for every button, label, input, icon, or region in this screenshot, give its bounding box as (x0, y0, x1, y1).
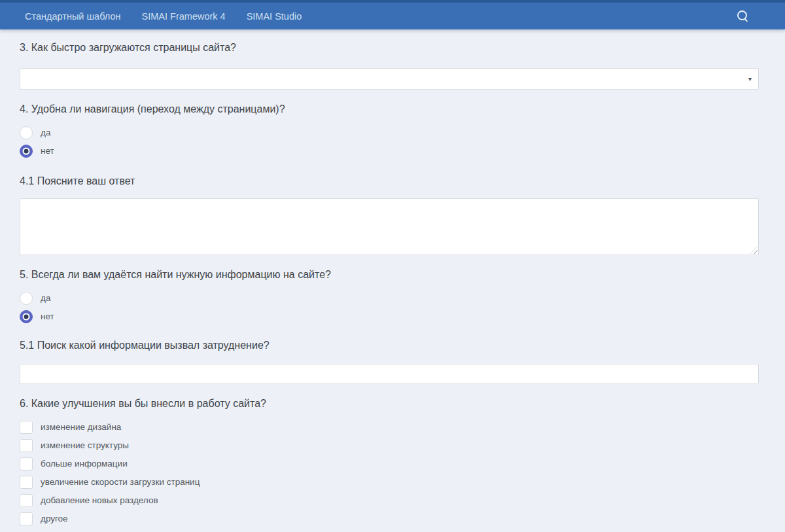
nav-tab-simai-framework-4[interactable]: SIMAI Framework 4 (131, 3, 236, 29)
checkbox-option-label: изменение структуры (41, 439, 129, 452)
checkbox-unchecked-icon[interactable] (20, 476, 33, 489)
checkbox-option-design[interactable]: изменение дизайна (20, 421, 121, 434)
explain-answer-textarea[interactable] (20, 198, 759, 255)
checkbox-unchecked-icon[interactable] (20, 494, 33, 507)
checkbox-option-label: добавление новых разделов (41, 494, 158, 507)
nav-tab-standard-template[interactable]: Стандартный шаблон (14, 3, 131, 29)
radio-option-yes[interactable]: да (20, 126, 50, 139)
question-4: 4. Удобна ли навигация (переход между ст… (20, 101, 759, 158)
radio-option-no[interactable]: нет (20, 145, 54, 158)
radio-unchecked-icon[interactable] (20, 292, 33, 305)
radio-checked-icon[interactable] (20, 310, 33, 323)
search-icon (737, 10, 749, 22)
question-4-1: 4.1 Поясните ваш ответ (20, 173, 759, 255)
question-5-1: 5.1 Поиск какой информации вызвал затруд… (20, 338, 759, 384)
checkbox-option-more-info[interactable]: больше информации (20, 457, 128, 470)
checkbox-option-structure[interactable]: изменение структуры (20, 439, 129, 452)
search-button[interactable] (730, 3, 756, 29)
radio-option-yes[interactable]: да (20, 292, 50, 305)
checkbox-option-new-sections[interactable]: добавление новых разделов (20, 494, 158, 507)
question-5: 5. Всегда ли вам удаётся найти нужную ин… (20, 267, 759, 323)
question-4-1-label: 4.1 Поясните ваш ответ (20, 173, 759, 189)
question-5-options: да нет (20, 292, 759, 323)
difficult-info-input[interactable] (20, 364, 759, 384)
survey-form: 3. Как быстро загружаются страницы сайта… (0, 29, 785, 525)
radio-option-no[interactable]: нет (20, 310, 54, 323)
checkbox-option-label: увеличение скорости загрузки страниц (41, 476, 200, 489)
checkbox-unchecked-icon[interactable] (20, 457, 33, 470)
question-3-label: 3. Как быстро загружаются страницы сайта… (20, 40, 759, 56)
top-nav: Стандартный шаблон SIMAI Framework 4 SIM… (0, 0, 785, 29)
checkbox-unchecked-icon[interactable] (20, 421, 33, 434)
radio-option-label: нет (41, 310, 54, 323)
question-6-options: изменение дизайна изменение структуры бо… (20, 421, 759, 525)
radio-option-label: да (41, 292, 50, 305)
dropdown-arrow-icon: ▾ (748, 76, 752, 82)
radio-unchecked-icon[interactable] (20, 126, 33, 139)
question-4-label: 4. Удобна ли навигация (переход между ст… (20, 101, 759, 117)
radio-option-label: да (41, 126, 50, 139)
checkbox-unchecked-icon[interactable] (20, 512, 33, 525)
checkbox-option-label: больше информации (41, 457, 128, 470)
question-6: 6. Какие улучшения вы бы внесли в работу… (20, 396, 759, 525)
nav-tabs: Стандартный шаблон SIMAI Framework 4 SIM… (14, 3, 312, 29)
question-6-label: 6. Какие улучшения вы бы внесли в работу… (20, 396, 759, 412)
question-5-label: 5. Всегда ли вам удаётся найти нужную ин… (20, 267, 759, 283)
question-4-options: да нет (20, 126, 759, 158)
question-3: 3. Как быстро загружаются страницы сайта… (20, 40, 759, 90)
checkbox-option-label: другое (41, 512, 68, 525)
nav-tab-simai-studio[interactable]: SIMAI Studio (236, 3, 313, 29)
checkbox-option-other[interactable]: другое (20, 512, 68, 525)
radio-option-label: нет (41, 145, 54, 158)
question-5-1-label: 5.1 Поиск какой информации вызвал затруд… (20, 338, 759, 353)
page-speed-select[interactable]: ▾ (20, 68, 759, 90)
checkbox-unchecked-icon[interactable] (20, 439, 33, 452)
explain-answer-field-wrap (20, 198, 759, 255)
radio-checked-icon[interactable] (20, 145, 33, 158)
checkbox-option-page-speed[interactable]: увеличение скорости загрузки страниц (20, 476, 200, 489)
checkbox-option-label: изменение дизайна (41, 421, 121, 434)
